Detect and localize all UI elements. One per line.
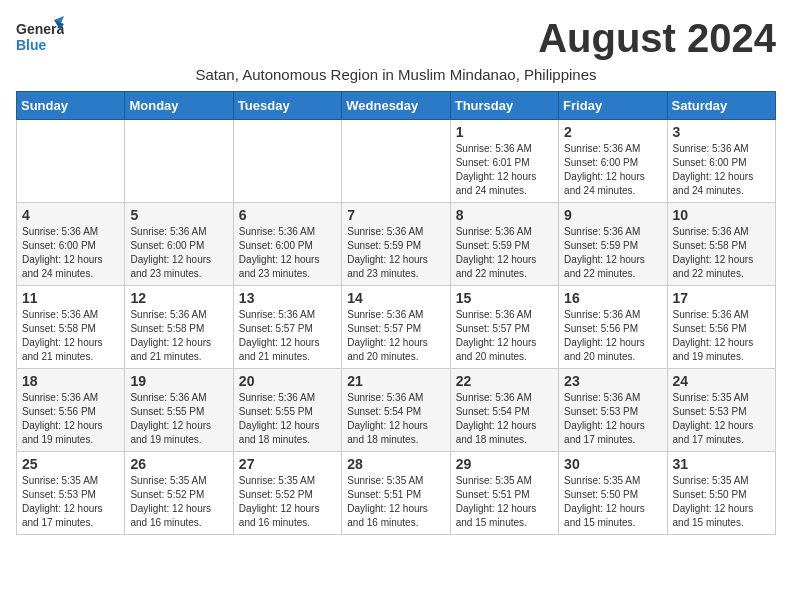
day-info: Sunrise: 5:35 AM Sunset: 5:51 PM Dayligh… xyxy=(456,474,553,530)
day-info: Sunrise: 5:36 AM Sunset: 5:55 PM Dayligh… xyxy=(239,391,336,447)
table-row: 15Sunrise: 5:36 AM Sunset: 5:57 PM Dayli… xyxy=(450,286,558,369)
day-info: Sunrise: 5:36 AM Sunset: 6:01 PM Dayligh… xyxy=(456,142,553,198)
table-row: 19Sunrise: 5:36 AM Sunset: 5:55 PM Dayli… xyxy=(125,369,233,452)
table-row: 25Sunrise: 5:35 AM Sunset: 5:53 PM Dayli… xyxy=(17,452,125,535)
day-number: 30 xyxy=(564,456,661,472)
table-row: 28Sunrise: 5:35 AM Sunset: 5:51 PM Dayli… xyxy=(342,452,450,535)
header-thursday: Thursday xyxy=(450,92,558,120)
day-number: 29 xyxy=(456,456,553,472)
header-monday: Monday xyxy=(125,92,233,120)
day-number: 22 xyxy=(456,373,553,389)
day-info: Sunrise: 5:36 AM Sunset: 5:59 PM Dayligh… xyxy=(564,225,661,281)
day-info: Sunrise: 5:36 AM Sunset: 5:53 PM Dayligh… xyxy=(564,391,661,447)
day-number: 12 xyxy=(130,290,227,306)
table-row xyxy=(125,120,233,203)
table-row: 1Sunrise: 5:36 AM Sunset: 6:01 PM Daylig… xyxy=(450,120,558,203)
day-number: 19 xyxy=(130,373,227,389)
table-row: 21Sunrise: 5:36 AM Sunset: 5:54 PM Dayli… xyxy=(342,369,450,452)
day-number: 17 xyxy=(673,290,770,306)
calendar-week-row: 1Sunrise: 5:36 AM Sunset: 6:01 PM Daylig… xyxy=(17,120,776,203)
header-area: General Blue August 2024 xyxy=(16,16,776,62)
table-row: 18Sunrise: 5:36 AM Sunset: 5:56 PM Dayli… xyxy=(17,369,125,452)
day-number: 15 xyxy=(456,290,553,306)
table-row: 8Sunrise: 5:36 AM Sunset: 5:59 PM Daylig… xyxy=(450,203,558,286)
day-number: 8 xyxy=(456,207,553,223)
calendar-table: Sunday Monday Tuesday Wednesday Thursday… xyxy=(16,91,776,535)
day-number: 10 xyxy=(673,207,770,223)
table-row xyxy=(233,120,341,203)
table-row: 7Sunrise: 5:36 AM Sunset: 5:59 PM Daylig… xyxy=(342,203,450,286)
table-row: 27Sunrise: 5:35 AM Sunset: 5:52 PM Dayli… xyxy=(233,452,341,535)
table-row: 22Sunrise: 5:36 AM Sunset: 5:54 PM Dayli… xyxy=(450,369,558,452)
table-row: 10Sunrise: 5:36 AM Sunset: 5:58 PM Dayli… xyxy=(667,203,775,286)
day-info: Sunrise: 5:35 AM Sunset: 5:50 PM Dayligh… xyxy=(564,474,661,530)
month-title: August 2024 xyxy=(538,16,776,61)
day-info: Sunrise: 5:36 AM Sunset: 6:00 PM Dayligh… xyxy=(130,225,227,281)
day-info: Sunrise: 5:36 AM Sunset: 5:54 PM Dayligh… xyxy=(456,391,553,447)
table-row: 11Sunrise: 5:36 AM Sunset: 5:58 PM Dayli… xyxy=(17,286,125,369)
day-info: Sunrise: 5:36 AM Sunset: 5:58 PM Dayligh… xyxy=(673,225,770,281)
calendar-week-row: 25Sunrise: 5:35 AM Sunset: 5:53 PM Dayli… xyxy=(17,452,776,535)
day-number: 14 xyxy=(347,290,444,306)
day-number: 31 xyxy=(673,456,770,472)
table-row: 3Sunrise: 5:36 AM Sunset: 6:00 PM Daylig… xyxy=(667,120,775,203)
day-number: 24 xyxy=(673,373,770,389)
table-row: 12Sunrise: 5:36 AM Sunset: 5:58 PM Dayli… xyxy=(125,286,233,369)
day-number: 23 xyxy=(564,373,661,389)
day-number: 20 xyxy=(239,373,336,389)
day-number: 11 xyxy=(22,290,119,306)
day-number: 9 xyxy=(564,207,661,223)
logo-icon: General Blue xyxy=(16,16,64,62)
table-row: 30Sunrise: 5:35 AM Sunset: 5:50 PM Dayli… xyxy=(559,452,667,535)
day-info: Sunrise: 5:36 AM Sunset: 6:00 PM Dayligh… xyxy=(22,225,119,281)
day-number: 25 xyxy=(22,456,119,472)
table-row: 14Sunrise: 5:36 AM Sunset: 5:57 PM Dayli… xyxy=(342,286,450,369)
header-tuesday: Tuesday xyxy=(233,92,341,120)
day-info: Sunrise: 5:36 AM Sunset: 6:00 PM Dayligh… xyxy=(564,142,661,198)
day-number: 18 xyxy=(22,373,119,389)
day-info: Sunrise: 5:36 AM Sunset: 5:59 PM Dayligh… xyxy=(347,225,444,281)
table-row: 23Sunrise: 5:36 AM Sunset: 5:53 PM Dayli… xyxy=(559,369,667,452)
day-number: 26 xyxy=(130,456,227,472)
table-row xyxy=(17,120,125,203)
day-number: 13 xyxy=(239,290,336,306)
day-info: Sunrise: 5:35 AM Sunset: 5:50 PM Dayligh… xyxy=(673,474,770,530)
day-number: 7 xyxy=(347,207,444,223)
day-number: 2 xyxy=(564,124,661,140)
day-info: Sunrise: 5:36 AM Sunset: 5:56 PM Dayligh… xyxy=(22,391,119,447)
table-row: 24Sunrise: 5:35 AM Sunset: 5:53 PM Dayli… xyxy=(667,369,775,452)
table-row: 4Sunrise: 5:36 AM Sunset: 6:00 PM Daylig… xyxy=(17,203,125,286)
calendar-week-row: 4Sunrise: 5:36 AM Sunset: 6:00 PM Daylig… xyxy=(17,203,776,286)
table-row: 31Sunrise: 5:35 AM Sunset: 5:50 PM Dayli… xyxy=(667,452,775,535)
day-info: Sunrise: 5:36 AM Sunset: 5:57 PM Dayligh… xyxy=(456,308,553,364)
table-row: 9Sunrise: 5:36 AM Sunset: 5:59 PM Daylig… xyxy=(559,203,667,286)
day-number: 4 xyxy=(22,207,119,223)
table-row: 26Sunrise: 5:35 AM Sunset: 5:52 PM Dayli… xyxy=(125,452,233,535)
day-number: 27 xyxy=(239,456,336,472)
day-number: 28 xyxy=(347,456,444,472)
calendar-header-row: Sunday Monday Tuesday Wednesday Thursday… xyxy=(17,92,776,120)
table-row: 5Sunrise: 5:36 AM Sunset: 6:00 PM Daylig… xyxy=(125,203,233,286)
calendar-week-row: 18Sunrise: 5:36 AM Sunset: 5:56 PM Dayli… xyxy=(17,369,776,452)
day-number: 21 xyxy=(347,373,444,389)
day-info: Sunrise: 5:36 AM Sunset: 5:58 PM Dayligh… xyxy=(22,308,119,364)
table-row: 16Sunrise: 5:36 AM Sunset: 5:56 PM Dayli… xyxy=(559,286,667,369)
day-info: Sunrise: 5:36 AM Sunset: 5:55 PM Dayligh… xyxy=(130,391,227,447)
header-friday: Friday xyxy=(559,92,667,120)
table-row: 20Sunrise: 5:36 AM Sunset: 5:55 PM Dayli… xyxy=(233,369,341,452)
day-info: Sunrise: 5:35 AM Sunset: 5:51 PM Dayligh… xyxy=(347,474,444,530)
header-sunday: Sunday xyxy=(17,92,125,120)
table-row: 17Sunrise: 5:36 AM Sunset: 5:56 PM Dayli… xyxy=(667,286,775,369)
day-info: Sunrise: 5:35 AM Sunset: 5:52 PM Dayligh… xyxy=(239,474,336,530)
subtitle: Satan, Autonomous Region in Muslim Minda… xyxy=(16,66,776,83)
day-info: Sunrise: 5:36 AM Sunset: 5:57 PM Dayligh… xyxy=(239,308,336,364)
day-info: Sunrise: 5:36 AM Sunset: 5:59 PM Dayligh… xyxy=(456,225,553,281)
day-info: Sunrise: 5:36 AM Sunset: 5:56 PM Dayligh… xyxy=(673,308,770,364)
day-info: Sunrise: 5:36 AM Sunset: 6:00 PM Dayligh… xyxy=(673,142,770,198)
logo: General Blue xyxy=(16,16,64,62)
calendar-week-row: 11Sunrise: 5:36 AM Sunset: 5:58 PM Dayli… xyxy=(17,286,776,369)
day-number: 3 xyxy=(673,124,770,140)
day-info: Sunrise: 5:36 AM Sunset: 5:54 PM Dayligh… xyxy=(347,391,444,447)
table-row: 29Sunrise: 5:35 AM Sunset: 5:51 PM Dayli… xyxy=(450,452,558,535)
day-number: 1 xyxy=(456,124,553,140)
